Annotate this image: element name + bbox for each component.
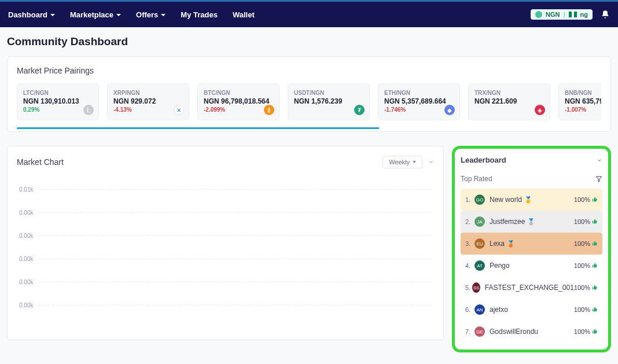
leaderboard-title: Leaderboard — [461, 156, 506, 164]
nav-item-marketplace[interactable]: Marketplace — [70, 10, 121, 19]
score: 100% — [574, 196, 598, 203]
chart-title: Market Chart — [17, 157, 64, 167]
y-axis-tick: 0.00k — [19, 256, 39, 262]
expand-chart-icon[interactable] — [428, 159, 434, 165]
thumbs-up-icon — [592, 329, 598, 334]
rank: 7. — [465, 328, 474, 335]
chart-range-label: Weekly — [389, 159, 410, 166]
chart-range-select[interactable]: Weekly — [382, 156, 422, 168]
coin-icon: ₮ — [354, 105, 365, 115]
rank: 5. — [465, 284, 472, 291]
leaderboard-subtitle: Top Rated — [461, 175, 492, 183]
y-axis-tick: 0.01k — [19, 186, 39, 193]
pair-symbol: LTC/NGN — [23, 90, 93, 96]
chevron-down-icon — [116, 14, 121, 16]
leaderboard-row[interactable]: 3.EULexa🥉100% — [461, 233, 602, 255]
user-name: Pengo — [490, 262, 574, 270]
user-name: New world🥇 — [490, 196, 574, 204]
market-pairings-card: Market Price Pairings LTC/NGNNGN 130,910… — [7, 56, 611, 132]
score: 100% — [574, 240, 598, 247]
user-name: Lexa🥉 — [490, 240, 574, 248]
pair-price: NGN 5,357,689.664 — [384, 97, 454, 105]
leaderboard-row[interactable]: 1.GONew world🥇100% — [461, 189, 602, 211]
pair-symbol: BTC/NGN — [204, 90, 273, 96]
pair-symbol: TRX/NGN — [474, 90, 544, 96]
user-name: FASTEST_EXCHANGE_001 — [485, 284, 574, 292]
market-chart-card: Market Chart Weekly 0.01k0.00k0.00k0.00k… — [7, 146, 444, 340]
leaderboard-row[interactable]: 5.SSFASTEST_EXCHANGE_001100% — [461, 277, 602, 299]
chevron-down-icon[interactable] — [597, 157, 602, 163]
avatar: EU — [474, 238, 485, 249]
user-name: ajetxo — [490, 306, 574, 314]
leaderboard-card: Leaderboard Top Rated 1.GONew world🥇100%… — [452, 146, 611, 352]
chevron-down-icon — [50, 14, 55, 16]
thumbs-up-icon — [592, 219, 598, 225]
locale-code: ng — [580, 11, 588, 18]
thumbs-up-icon — [592, 263, 598, 269]
score: 100% — [574, 262, 598, 269]
market-pairings-title: Market Price Pairings — [17, 66, 601, 75]
y-axis-tick: 0.00k — [19, 279, 39, 285]
scroll-indicator — [17, 127, 601, 129]
y-axis-tick: 0.00k — [19, 233, 39, 239]
pair-price: NGN 96,798,018.564 — [204, 97, 273, 105]
pair-symbol: USDT/NGN — [294, 90, 363, 96]
leaderboard-row[interactable]: 6.ANajetxo100% — [461, 299, 602, 321]
market-pair-card[interactable]: LTC/NGNNGN 130,910.0130.29%Ł — [17, 83, 99, 120]
avatar: SS — [472, 282, 480, 293]
filter-icon[interactable] — [595, 175, 602, 182]
market-pair-card[interactable]: BTC/NGNNGN 96,798,018.564-2.099%₿ — [197, 83, 279, 120]
score: 100% — [574, 218, 598, 225]
thumbs-up-icon — [592, 197, 598, 203]
chevron-down-icon — [413, 161, 416, 163]
pair-change: -1.746% — [384, 106, 454, 113]
currency-selector[interactable]: NGN | ng — [531, 9, 593, 20]
pair-change: 0.29% — [23, 106, 93, 113]
avatar: JA — [474, 216, 485, 227]
leaderboard-row[interactable]: 7.GEGodswillErondu100% — [461, 321, 602, 343]
avatar: AN — [474, 304, 485, 315]
chevron-down-icon — [161, 14, 165, 16]
leaderboard-row[interactable]: 4.ATPengo100% — [461, 255, 602, 277]
nav-item-wallet[interactable]: Wallet — [233, 10, 255, 19]
pair-symbol: BNB/NGN — [565, 90, 601, 96]
medal-icon: 🥈 — [527, 218, 535, 225]
rank: 4. — [465, 262, 474, 269]
pair-price: NGN 1,576.239 — [294, 97, 363, 105]
flag-icon — [569, 12, 577, 17]
nav-item-offers[interactable]: Offers — [136, 10, 165, 19]
bell-icon[interactable] — [601, 10, 610, 19]
pair-price: NGN 635,795.… — [565, 97, 601, 105]
user-name: Justfemzee🥈 — [490, 218, 574, 226]
medal-icon: 🥉 — [507, 240, 515, 247]
chart-area: 0.01k0.00k0.00k0.00k0.00k0.00k — [17, 174, 434, 330]
coin-icon: ◈ — [535, 105, 545, 115]
coin-icon: ₿ — [264, 105, 274, 115]
coin-icon: ✕ — [174, 105, 184, 115]
leaderboard-row[interactable]: 2.JAJustfemzee🥈100% — [461, 211, 602, 233]
avatar: GE — [474, 326, 485, 337]
market-pair-card[interactable]: USDT/NGNNGN 1,576.239₮ — [288, 83, 370, 120]
pair-symbol: XRP/NGN — [113, 90, 183, 96]
thumbs-up-icon — [592, 285, 598, 291]
pair-change: -4.13% — [113, 106, 183, 113]
pair-change: -2.099% — [204, 106, 273, 113]
pair-price: NGN 929.072 — [113, 97, 183, 105]
currency-code: NGN — [546, 11, 560, 18]
score: 100% — [574, 306, 598, 313]
market-pair-card[interactable]: XRP/NGNNGN 929.072-4.13%✕ — [107, 83, 189, 120]
market-pair-card[interactable]: ETH/NGNNGN 5,357,689.664-1.746%◆ — [378, 83, 460, 120]
navbar: DashboardMarketplaceOffersMy TradesWalle… — [0, 2, 618, 27]
pair-price: NGN 130,910.013 — [23, 97, 93, 105]
market-pair-card[interactable]: TRX/NGNNGN 221.609◈ — [468, 83, 550, 120]
page-title: Community Dashboard — [7, 35, 611, 48]
pair-symbol: ETH/NGN — [384, 90, 454, 96]
avatar: GO — [474, 194, 485, 205]
thumbs-up-icon — [592, 307, 598, 312]
market-pair-card[interactable]: BNB/NGNNGN 635,795.…-1.007%◆ — [558, 83, 601, 120]
nav-item-dashboard[interactable]: Dashboard — [8, 10, 55, 19]
coin-icon: ◆ — [444, 105, 455, 115]
coin-icon: Ł — [83, 105, 94, 115]
nav-item-my-trades[interactable]: My Trades — [181, 10, 218, 19]
pair-change: -1.007% — [565, 106, 601, 113]
